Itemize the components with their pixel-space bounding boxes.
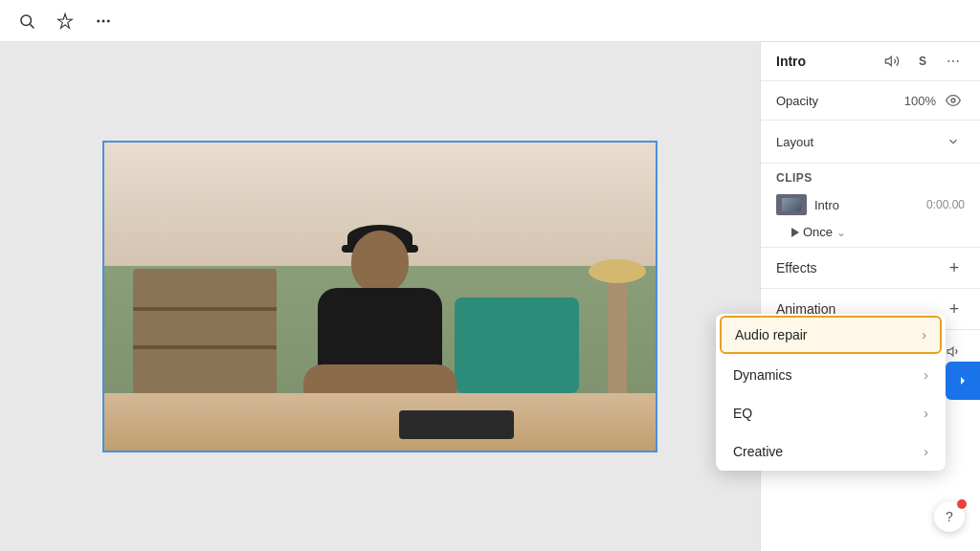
clips-label: Clips <box>776 171 813 185</box>
intro-header-row: Intro S <box>761 42 980 81</box>
eq-chevron-icon: › <box>924 406 928 421</box>
opacity-value: 100% <box>904 94 936 108</box>
audio-icon[interactable] <box>880 50 903 73</box>
keyboard <box>399 410 514 439</box>
canvas-area[interactable] <box>0 42 760 551</box>
effects-add-button[interactable]: + <box>944 257 965 278</box>
dynamics-label: Dynamics <box>733 367 916 383</box>
sparkle-icon[interactable] <box>54 10 77 33</box>
eq-label: EQ <box>733 406 916 421</box>
creative-label: Creative <box>733 444 916 459</box>
clip-item[interactable]: Intro 0:00.00 <box>761 188 980 221</box>
dropdown-item-creative[interactable]: Creative › <box>716 432 946 471</box>
dynamics-chevron-icon: › <box>924 367 928 383</box>
intro-label: Intro <box>776 54 873 69</box>
once-row: Once ⌄ <box>761 221 980 247</box>
intro-icons: S <box>880 50 965 73</box>
layout-chevron-icon[interactable] <box>942 130 965 153</box>
search-icon[interactable] <box>15 10 38 33</box>
svg-marker-5 <box>885 56 891 65</box>
opacity-row: Opacity 100% <box>761 81 980 121</box>
blue-action-button[interactable] <box>946 362 980 400</box>
right-panel: Intro S Opacity 10 <box>760 42 980 551</box>
audio-dropdown-menu: Audio repair › Dynamics › EQ › Creative … <box>716 314 946 471</box>
notification-dot <box>957 499 967 509</box>
opacity-label: Opacity <box>776 94 904 108</box>
more-options-icon[interactable] <box>942 50 965 73</box>
help-label: ? <box>946 509 953 524</box>
svg-point-3 <box>102 19 105 22</box>
dropdown-item-dynamics[interactable]: Dynamics › <box>716 356 946 394</box>
svg-point-8 <box>957 60 959 62</box>
play-icon[interactable] <box>791 228 799 237</box>
effects-row: Effects + <box>761 247 980 288</box>
dropdown-item-eq[interactable]: EQ › <box>716 394 946 432</box>
svg-marker-11 <box>947 347 953 356</box>
top-toolbar <box>0 0 980 42</box>
size-label: S <box>911 50 934 73</box>
creative-chevron-icon: › <box>924 444 928 459</box>
audio-repair-label: Audio repair <box>735 327 914 342</box>
once-label: Once <box>803 225 833 239</box>
svg-line-1 <box>30 24 33 28</box>
dropdown-item-audio-repair[interactable]: Audio repair › <box>720 316 942 354</box>
person-head <box>351 231 409 293</box>
animation-add-button[interactable]: + <box>944 298 965 320</box>
video-placeholder <box>104 143 656 451</box>
once-chevron-icon[interactable]: ⌄ <box>836 226 846 239</box>
visibility-icon[interactable] <box>942 89 965 112</box>
svg-point-2 <box>97 19 100 22</box>
layout-label: Layout <box>776 135 942 149</box>
svg-point-4 <box>107 19 110 22</box>
svg-point-7 <box>952 60 954 62</box>
svg-point-0 <box>21 15 32 26</box>
room-shelf <box>133 269 277 393</box>
effects-label: Effects <box>776 260 944 276</box>
more-icon[interactable] <box>92 10 115 33</box>
clip-thumbnail <box>776 194 807 215</box>
help-button[interactable]: ? <box>934 501 965 532</box>
clip-time: 0:00.00 <box>926 198 965 211</box>
svg-point-6 <box>947 60 949 62</box>
clips-header: Clips <box>761 164 980 188</box>
clip-name: Intro <box>814 198 919 212</box>
table-surface <box>104 393 656 451</box>
layout-row: Layout <box>761 121 980 164</box>
video-preview[interactable] <box>102 141 657 452</box>
svg-point-9 <box>951 99 955 102</box>
audio-repair-chevron-icon: › <box>922 327 926 342</box>
main-content: Intro S Opacity 10 <box>0 42 980 551</box>
lamp <box>608 278 627 393</box>
